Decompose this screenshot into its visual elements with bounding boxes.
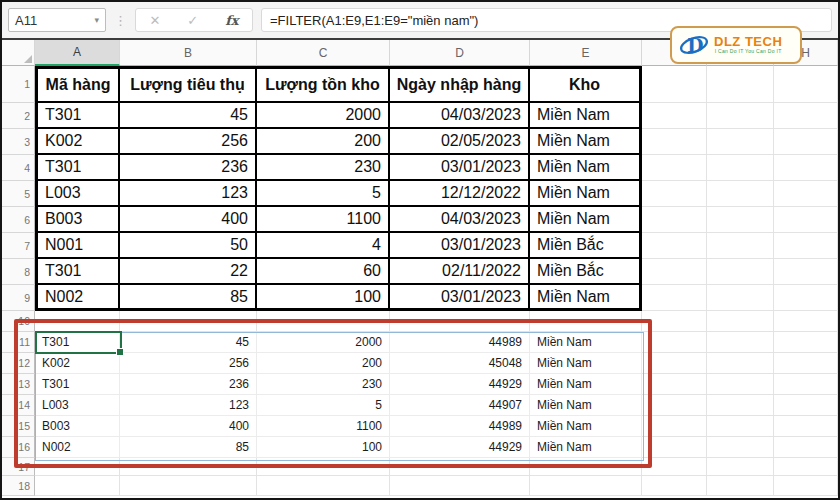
cell-A6[interactable]: B003 [35, 207, 120, 233]
cell-A7[interactable]: N001 [35, 233, 120, 259]
cell-D9[interactable]: 03/01/2023 [390, 285, 530, 311]
cell-H2[interactable] [774, 103, 838, 129]
chevron-down-icon[interactable]: ▾ [94, 15, 99, 25]
row-header-18[interactable]: 18 [2, 476, 35, 496]
cell-D4[interactable]: 03/01/2023 [390, 155, 530, 181]
cell-H17[interactable] [774, 458, 838, 476]
cell-D2[interactable]: 04/03/2023 [390, 103, 530, 129]
cell-E1[interactable]: Kho [530, 66, 642, 103]
cell-H15[interactable] [774, 416, 838, 437]
cell-G14[interactable] [707, 395, 774, 416]
cancel-icon[interactable]: ✕ [149, 13, 160, 28]
select-all-corner[interactable] [2, 40, 35, 66]
cell-F1[interactable] [642, 66, 707, 103]
cell-F6[interactable] [642, 207, 707, 233]
cell-B8[interactable]: 22 [120, 259, 257, 285]
cell-A1[interactable]: Mã hàng [35, 66, 120, 103]
cell-G6[interactable] [707, 207, 774, 233]
cell-E7[interactable]: Miền Bắc [530, 233, 642, 259]
cell-B1[interactable]: Lượng tiêu thụ [120, 66, 257, 103]
row-header-5[interactable]: 5 [2, 181, 35, 207]
cell-C1[interactable]: Lượng tồn kho [257, 66, 390, 103]
cell-A5[interactable]: L003 [35, 181, 120, 207]
cell-B9[interactable]: 85 [120, 285, 257, 311]
cell-H8[interactable] [774, 259, 838, 285]
row-header-4[interactable]: 4 [2, 155, 35, 181]
cell-D3[interactable]: 02/05/2023 [390, 129, 530, 155]
column-header-E[interactable]: E [530, 40, 642, 66]
cell-H18[interactable] [774, 476, 838, 496]
cell-G11[interactable] [707, 332, 774, 353]
name-box[interactable]: A11 ▾ [8, 8, 106, 32]
cell-F7[interactable] [642, 233, 707, 259]
column-header-B[interactable]: B [120, 40, 257, 66]
cell-E4[interactable]: Miền Nam [530, 155, 642, 181]
cell-E8[interactable]: Miền Bắc [530, 259, 642, 285]
cell-F5[interactable] [642, 181, 707, 207]
cell-F9[interactable] [642, 285, 707, 311]
cell-C3[interactable]: 200 [257, 129, 390, 155]
cell-H6[interactable] [774, 207, 838, 233]
cell-H16[interactable] [774, 437, 838, 458]
cell-E2[interactable]: Miền Nam [530, 103, 642, 129]
cell-C2[interactable]: 2000 [257, 103, 390, 129]
row-header-6[interactable]: 6 [2, 207, 35, 233]
cell-H13[interactable] [774, 374, 838, 395]
cell-C18[interactable] [257, 476, 390, 496]
cell-B6[interactable]: 400 [120, 207, 257, 233]
cell-B2[interactable]: 45 [120, 103, 257, 129]
cell-C8[interactable]: 60 [257, 259, 390, 285]
cell-C5[interactable]: 5 [257, 181, 390, 207]
cell-F2[interactable] [642, 103, 707, 129]
cell-H1[interactable] [774, 66, 838, 103]
row-header-9[interactable]: 9 [2, 285, 35, 311]
row-header-2[interactable]: 2 [2, 103, 35, 129]
cell-E5[interactable]: Miền Nam [530, 181, 642, 207]
cell-E18[interactable] [530, 476, 642, 496]
cell-C6[interactable]: 1100 [257, 207, 390, 233]
cell-D1[interactable]: Ngày nhập hàng [390, 66, 530, 103]
cell-H11[interactable] [774, 332, 838, 353]
cell-G8[interactable] [707, 259, 774, 285]
enter-icon[interactable]: ✓ [187, 13, 198, 28]
row-header-1[interactable]: 1 [2, 66, 35, 103]
cell-B7[interactable]: 50 [120, 233, 257, 259]
cell-A8[interactable]: T301 [35, 259, 120, 285]
cell-G3[interactable] [707, 129, 774, 155]
cell-B5[interactable]: 123 [120, 181, 257, 207]
cell-E6[interactable]: Miền Nam [530, 207, 642, 233]
cell-H10[interactable] [774, 311, 838, 332]
cell-C7[interactable]: 4 [257, 233, 390, 259]
cell-G2[interactable] [707, 103, 774, 129]
column-header-A[interactable]: A [35, 40, 120, 66]
cell-A4[interactable]: T301 [35, 155, 120, 181]
row-header-7[interactable]: 7 [2, 233, 35, 259]
cell-G18[interactable] [707, 476, 774, 496]
cell-G17[interactable] [707, 458, 774, 476]
cell-F4[interactable] [642, 155, 707, 181]
cell-A2[interactable]: T301 [35, 103, 120, 129]
cell-E9[interactable]: Miền Nam [530, 285, 642, 311]
cell-G1[interactable] [707, 66, 774, 103]
cell-A18[interactable] [35, 476, 120, 496]
cell-G15[interactable] [707, 416, 774, 437]
cell-G13[interactable] [707, 374, 774, 395]
cell-F3[interactable] [642, 129, 707, 155]
column-header-C[interactable]: C [257, 40, 390, 66]
cell-D18[interactable] [390, 476, 530, 496]
row-header-3[interactable]: 3 [2, 129, 35, 155]
cell-G4[interactable] [707, 155, 774, 181]
cell-F18[interactable] [642, 476, 707, 496]
cell-D8[interactable]: 02/11/2022 [390, 259, 530, 285]
cell-H7[interactable] [774, 233, 838, 259]
cell-E3[interactable]: Miền Nam [530, 129, 642, 155]
cell-G9[interactable] [707, 285, 774, 311]
row-header-8[interactable]: 8 [2, 259, 35, 285]
cell-B3[interactable]: 256 [120, 129, 257, 155]
cell-H3[interactable] [774, 129, 838, 155]
cell-G7[interactable] [707, 233, 774, 259]
cell-D6[interactable]: 04/03/2023 [390, 207, 530, 233]
cell-G5[interactable] [707, 181, 774, 207]
cell-D7[interactable]: 03/01/2023 [390, 233, 530, 259]
cell-H14[interactable] [774, 395, 838, 416]
